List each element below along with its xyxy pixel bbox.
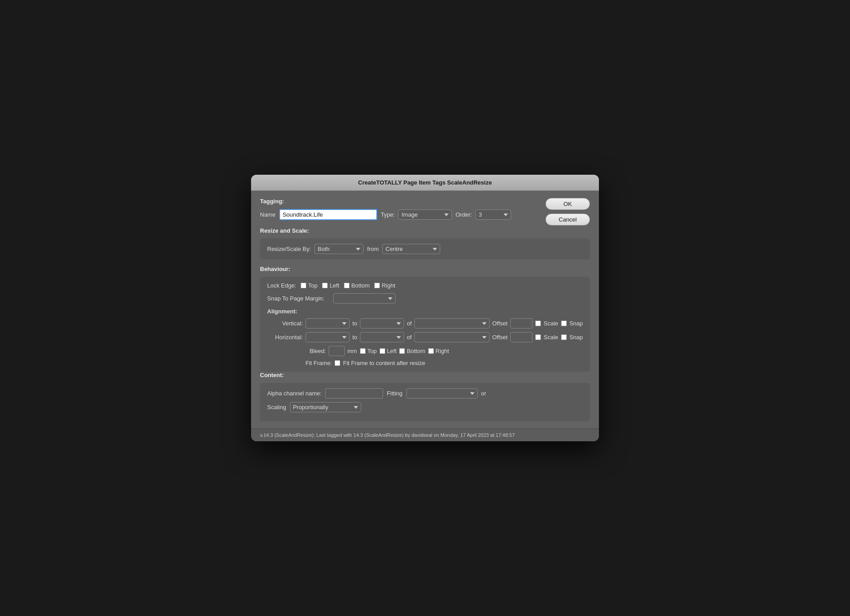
vertical-of-select[interactable] — [414, 318, 490, 329]
lock-edge-row: Lock Edge: Top Left Bottom Right — [267, 282, 583, 289]
bleed-right-label: Right — [436, 348, 449, 354]
tagging-label: Tagging: — [260, 198, 590, 205]
bleed-left-group: Left — [380, 348, 397, 354]
bleed-top-checkbox[interactable] — [360, 348, 366, 354]
lock-bottom-group: Bottom — [344, 282, 370, 289]
dialog-body: OK Cancel Tagging: Name Type: Image Text… — [251, 191, 599, 428]
ok-button[interactable]: OK — [545, 198, 590, 210]
lock-right-checkbox[interactable] — [374, 283, 380, 288]
or-label: or — [481, 390, 487, 397]
lock-top-checkbox[interactable] — [301, 283, 306, 288]
horizontal-row: Horizontal: Left Centre Right to Left Ce… — [267, 332, 583, 342]
horizontal-to-select[interactable]: Left Centre Right — [360, 332, 404, 342]
horizontal-of-label: of — [407, 334, 412, 341]
horizontal-offset-label: Offset — [492, 334, 508, 341]
lock-top-group: Top — [301, 282, 318, 289]
horizontal-scale-checkbox[interactable] — [535, 334, 541, 340]
fit-frame-checkbox-label: Fit Frame to content after resize — [343, 360, 425, 366]
name-row: Name Type: Image Text Other Order: 1 2 3… — [260, 209, 532, 220]
lock-left-checkbox[interactable] — [322, 283, 328, 288]
vertical-scale-checkbox[interactable] — [535, 320, 541, 326]
dialog-title: CreateTOTALLY Page Item Tags ScaleAndRes… — [358, 179, 492, 186]
status-bar: v.14.3 (ScaleAndResize): Last tagged wit… — [251, 428, 599, 441]
vertical-of-label: of — [407, 320, 412, 327]
horizontal-label: Horizontal: — [267, 334, 303, 341]
fit-frame-row: Fit Frame: Fit Frame to content after re… — [305, 360, 583, 366]
bleed-bottom-checkbox[interactable] — [399, 348, 405, 354]
scaling-label: Scaling — [267, 404, 286, 411]
lock-top-label: Top — [308, 282, 318, 289]
lock-left-label: Left — [330, 282, 339, 289]
fit-frame-checkbox[interactable] — [334, 360, 340, 366]
alignment-section: Alignment: Vertical: Top Centre Bottom t… — [267, 308, 583, 366]
resize-by-select[interactable]: Both Width Height — [314, 244, 363, 254]
dialog: CreateTOTALLY Page Item Tags ScaleAndRes… — [251, 175, 599, 441]
cancel-button[interactable]: Cancel — [545, 214, 590, 226]
lock-bottom-label: Bottom — [351, 282, 370, 289]
behaviour-label: Behaviour: — [260, 266, 590, 272]
horizontal-snap-checkbox[interactable] — [561, 334, 567, 340]
bleed-left-label: Left — [387, 348, 397, 354]
lock-right-group: Right — [374, 282, 395, 289]
from-label: from — [367, 246, 379, 252]
ok-cancel-group: OK Cancel — [545, 198, 590, 226]
name-label: Name — [260, 211, 276, 218]
vertical-snap-label: Snap — [569, 320, 583, 327]
vertical-offset-label: Offset — [492, 320, 508, 327]
resize-scale-label: Resize and Scale: — [260, 227, 590, 234]
alpha-label: Alpha channel name: — [267, 390, 322, 397]
lock-right-label: Right — [382, 282, 395, 289]
order-label: Order: — [455, 211, 472, 218]
bleed-left-checkbox[interactable] — [380, 348, 385, 354]
vertical-offset-input[interactable] — [510, 318, 532, 329]
vertical-to-label: to — [352, 320, 357, 327]
status-text: v.14.3 (ScaleAndResize): Last tagged wit… — [260, 432, 515, 438]
alpha-input[interactable] — [325, 388, 383, 398]
bleed-mm-label: mm — [347, 348, 357, 354]
fitting-label: Fitting — [387, 390, 402, 397]
type-label: Type: — [381, 211, 395, 218]
bleed-input[interactable] — [329, 346, 345, 356]
order-select[interactable]: 1 2 3 4 5 — [475, 209, 511, 220]
name-input[interactable] — [279, 209, 377, 220]
fit-frame-label: Fit Frame: — [305, 360, 332, 366]
snap-select[interactable]: Top Bottom Left Right — [333, 293, 396, 304]
scaling-select[interactable]: Proportionally Width Only Height Only — [290, 402, 361, 412]
horizontal-snap-label: Snap — [569, 334, 583, 341]
lock-bottom-checkbox[interactable] — [344, 283, 350, 288]
resize-row: Resize/Scale By: Both Width Height from … — [267, 244, 583, 254]
vertical-label: Vertical: — [267, 320, 303, 327]
vertical-to-select[interactable]: Top Centre Bottom — [360, 318, 404, 329]
snap-label: Snap To Page Margin: — [267, 295, 330, 302]
lock-edge-label: Lock Edge: — [267, 282, 296, 289]
bleed-label: Bleed: — [305, 348, 326, 354]
alignment-label: Alignment: — [267, 308, 583, 315]
type-select[interactable]: Image Text Other — [398, 209, 452, 220]
vertical-snap-checkbox[interactable] — [561, 320, 567, 326]
vertical-scale-label: Scale — [544, 320, 558, 327]
horizontal-select[interactable]: Left Centre Right — [305, 332, 350, 342]
bleed-bottom-label: Bottom — [407, 348, 425, 354]
content-row2: Scaling Proportionally Width Only Height… — [267, 402, 583, 412]
vertical-select[interactable]: Top Centre Bottom — [305, 318, 350, 329]
from-select[interactable]: Centre Top Left Top Right Bottom Left Bo… — [382, 244, 440, 254]
resize-scale-block: Resize/Scale By: Both Width Height from … — [260, 238, 590, 259]
bleed-top-group: Top — [360, 348, 377, 354]
title-bar: CreateTOTALLY Page Item Tags ScaleAndRes… — [251, 175, 599, 191]
vertical-row: Vertical: Top Centre Bottom to Top Centr… — [267, 318, 583, 329]
horizontal-offset-input[interactable] — [510, 332, 532, 342]
lock-left-group: Left — [322, 282, 339, 289]
bleed-right-group: Right — [428, 348, 449, 354]
content-inner: Alpha channel name: Fitting Fill Frame P… — [260, 383, 590, 421]
bleed-top-label: Top — [367, 348, 377, 354]
bleed-bottom-group: Bottom — [399, 348, 425, 354]
horizontal-of-select[interactable] — [414, 332, 490, 342]
behaviour-inner: Lock Edge: Top Left Bottom Right — [260, 277, 590, 372]
fitting-select[interactable]: Fill Frame Proportionally Fit Content Pr… — [406, 388, 478, 398]
bleed-right-checkbox[interactable] — [428, 348, 434, 354]
bleed-row: Bleed: mm Top Left Bottom — [305, 346, 583, 356]
horizontal-scale-label: Scale — [544, 334, 558, 341]
content-label: Content: — [260, 372, 590, 378]
horizontal-to-label: to — [352, 334, 357, 341]
resize-by-label: Resize/Scale By: — [267, 246, 311, 252]
